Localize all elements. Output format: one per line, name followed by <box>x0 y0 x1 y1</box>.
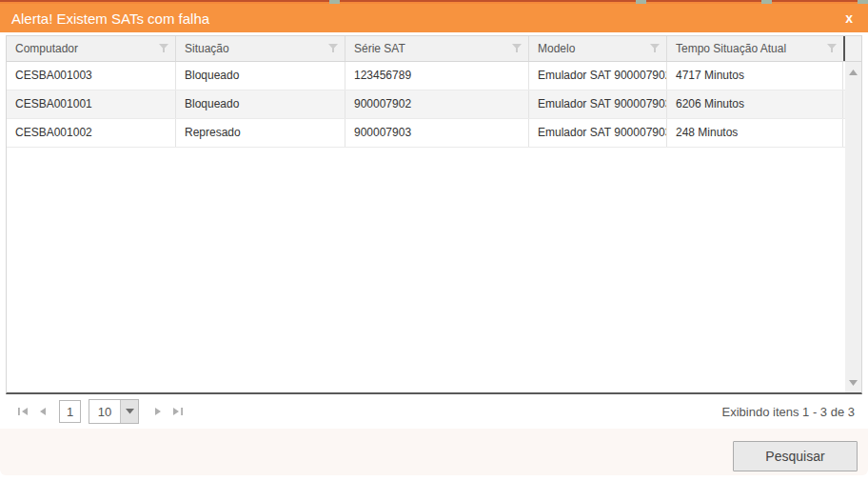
vertical-scrollbar[interactable] <box>845 62 861 392</box>
column-header-label: Tempo Situação Atual <box>676 42 786 55</box>
filter-funnel-icon[interactable] <box>159 44 168 53</box>
last-page-icon[interactable] <box>168 401 187 422</box>
background-segment <box>329 0 340 4</box>
filter-funnel-icon[interactable] <box>512 44 522 53</box>
column-header-label: Modelo <box>538 42 575 55</box>
page-size-value: 10 <box>89 400 120 423</box>
column-header-tempo-situacao[interactable]: Tempo Situação Atual <box>667 36 843 61</box>
table-row[interactable]: CESBA001001 Bloqueado 900007902 Emulador… <box>7 90 845 119</box>
filter-funnel-icon[interactable] <box>328 44 338 53</box>
cell-tempo-situacao: 248 Minutos <box>667 119 843 147</box>
grid-header-row: Computador Situação Série SAT Modelo Tem… <box>7 36 861 62</box>
column-header-modelo[interactable]: Modelo <box>529 36 667 61</box>
column-header-label: Série SAT <box>354 42 405 55</box>
cell-situacao: Represado <box>176 119 345 147</box>
grid-body: CESBA001003 Bloqueado 123456789 Emulador… <box>7 62 845 392</box>
cell-tempo-situacao: 6206 Minutos <box>667 90 843 118</box>
chevron-down-icon[interactable] <box>120 400 138 423</box>
dialog-content: Computador Situação Série SAT Modelo Tem… <box>0 32 868 394</box>
column-header-situacao[interactable]: Situação <box>176 36 345 61</box>
table-row[interactable]: CESBA001002 Represado 900007903 Emulador… <box>7 119 845 148</box>
cell-modelo: Emulador SAT 900007902 <box>529 62 667 90</box>
background-segment <box>636 0 646 4</box>
header-scroll-cap <box>845 36 861 61</box>
background-app-strip <box>0 0 868 4</box>
cell-serie-sat: 123456789 <box>345 62 529 90</box>
pager-bar: 1 10 Exibindo itens 1 - 3 de 3 <box>0 394 868 429</box>
next-page-icon[interactable] <box>148 401 168 422</box>
dialog-footer: Pesquisar <box>0 429 868 475</box>
cell-situacao: Bloqueado <box>176 90 345 118</box>
close-icon[interactable]: x <box>841 10 857 27</box>
scroll-up-icon[interactable] <box>845 64 861 80</box>
first-page-icon[interactable] <box>13 401 32 422</box>
filter-funnel-icon[interactable] <box>650 44 660 53</box>
cell-serie-sat: 900007902 <box>345 90 529 118</box>
column-header-serie-sat[interactable]: Série SAT <box>345 36 529 61</box>
pager-status-text: Exibindo itens 1 - 3 de 3 <box>722 405 855 419</box>
cell-computador: CESBA001001 <box>7 90 176 118</box>
sat-alert-grid: Computador Situação Série SAT Modelo Tem… <box>6 35 862 394</box>
search-button[interactable]: Pesquisar <box>733 441 858 471</box>
background-segment <box>858 0 868 4</box>
page-size-select[interactable]: 10 <box>89 399 139 424</box>
cell-computador: CESBA001003 <box>7 62 176 90</box>
cell-modelo: Emulador SAT 900007903 <box>529 90 667 118</box>
cell-serie-sat: 900007903 <box>345 119 529 147</box>
dialog-titlebar: Alerta! Existem SATs com falha x <box>0 4 868 32</box>
cell-computador: CESBA001002 <box>7 119 176 147</box>
table-row[interactable]: CESBA001003 Bloqueado 123456789 Emulador… <box>7 62 845 90</box>
cell-modelo: Emulador SAT 900007903 <box>529 119 667 147</box>
cell-tempo-situacao: 4717 Minutos <box>667 62 843 90</box>
current-page-input[interactable]: 1 <box>59 400 81 423</box>
background-segment <box>761 0 772 4</box>
column-header-label: Situação <box>185 42 229 55</box>
column-header-computador[interactable]: Computador <box>7 36 176 61</box>
scroll-down-icon[interactable] <box>845 374 861 391</box>
dialog-title: Alerta! Existem SATs com falha <box>11 10 209 27</box>
column-header-label: Computador <box>15 42 78 55</box>
previous-page-icon[interactable] <box>32 401 51 422</box>
cell-situacao: Bloqueado <box>176 62 345 90</box>
filter-funnel-icon[interactable] <box>827 44 837 53</box>
